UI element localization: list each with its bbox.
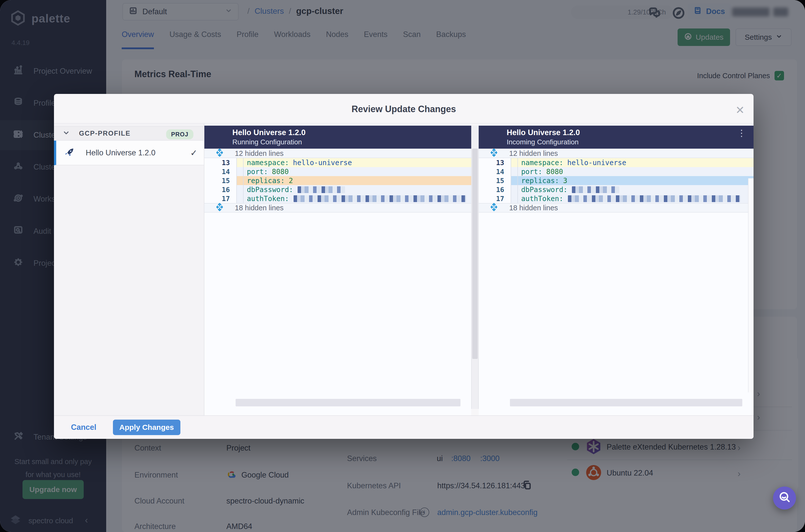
pane-subtitle: Incoming Configuration [507, 138, 753, 146]
profile-name: GCP-PROFILE [79, 130, 131, 137]
yaml-value: 8080 [546, 168, 563, 176]
yaml-key: port: [521, 168, 542, 176]
yaml-key: authToken: [521, 194, 563, 203]
horizontal-scrollbar[interactable] [236, 399, 461, 406]
code-line: 14 port:8080 [479, 167, 753, 176]
hidden-lines-row: 12 hidden lines [479, 149, 753, 158]
magnifier-smile-icon [778, 491, 791, 505]
help-search-fab[interactable] [773, 487, 796, 510]
cancel-button[interactable]: Cancel [71, 423, 96, 432]
code-line-changed: 15 replicas:2 [204, 176, 471, 185]
running-config-pane: Hello Universe 1.2.0 Running Configurati… [204, 124, 471, 415]
scrollbar-thumb[interactable] [472, 149, 478, 359]
pane-subtitle: Running Configuration [232, 138, 471, 146]
yaml-value: 3 [563, 176, 567, 185]
yaml-key: dbPassword: [521, 186, 567, 194]
redacted-value [298, 186, 345, 193]
code-line: 17 authToken: [204, 194, 471, 203]
unfold-icon[interactable] [216, 148, 224, 158]
line-number: 13 [204, 159, 236, 167]
rocket-icon [64, 147, 75, 159]
profile-panel: GCP-PROFILE PROJ Hello Universe 1.2.0 ✓ [54, 124, 204, 415]
yaml-key: port: [247, 168, 268, 176]
pane-title: Hello Universe 1.2.0 [507, 128, 753, 137]
line-number: 14 [204, 168, 236, 176]
unfold-icon[interactable] [490, 203, 498, 213]
code-line-changed: 15 replicas:3 [479, 176, 753, 185]
apply-changes-button[interactable]: Apply Changes [113, 420, 181, 435]
line-number: 17 [479, 195, 511, 203]
incoming-config-header: Hello Universe 1.2.0 Incoming Configurat… [479, 126, 753, 149]
hidden-lines-row: 18 hidden lines [479, 203, 753, 212]
code-line: 13 namespace:hello-universe [204, 158, 471, 167]
line-number: 16 [204, 186, 236, 194]
review-update-changes-modal: Review Update Changes ✕ GCP-PROFILE PROJ… [54, 94, 753, 439]
hidden-lines-row: 12 hidden lines [204, 149, 471, 158]
hidden-lines-label: 12 hidden lines [509, 149, 558, 158]
kebab-menu-icon[interactable]: ⋮ [737, 131, 746, 135]
line-number: 15 [204, 177, 236, 185]
redacted-value [568, 195, 740, 202]
horizontal-scrollbar[interactable] [510, 399, 742, 406]
yaml-value: hello-universe [293, 158, 352, 167]
yaml-key: authToken: [247, 194, 289, 203]
running-config-header: Hello Universe 1.2.0 Running Configurati… [204, 126, 471, 149]
close-icon[interactable]: ✕ [733, 102, 748, 117]
yaml-key: namespace: [247, 158, 289, 167]
yaml-key: namespace: [521, 158, 563, 167]
pack-item-label: Hello Universe 1.2.0 [86, 148, 155, 157]
chevron-down-icon [62, 129, 70, 138]
profile-scope-badge: PROJ [166, 129, 193, 139]
code-line: 16 dbPassword: [479, 185, 753, 194]
line-number: 14 [479, 168, 511, 176]
yaml-value: hello-universe [567, 158, 626, 167]
incoming-config-pane: Hello Universe 1.2.0 Incoming Configurat… [479, 124, 753, 415]
line-number: 16 [479, 186, 511, 194]
line-number: 13 [479, 159, 511, 167]
yaml-value: 2 [289, 176, 293, 185]
line-number: 17 [204, 195, 236, 203]
app-window: palette 4.4.19 Project Overview Profiles… [0, 0, 805, 532]
code-line: 17 authToken: [479, 194, 753, 203]
pane-title: Hello Universe 1.2.0 [232, 128, 471, 137]
hidden-lines-label: 18 hidden lines [509, 204, 558, 212]
code-line: 16 dbPassword: [204, 185, 471, 194]
check-icon: ✓ [190, 148, 198, 158]
modal-title: Review Update Changes [54, 104, 753, 114]
yaml-value: 8080 [272, 168, 288, 176]
hidden-lines-label: 18 hidden lines [235, 204, 284, 212]
yaml-key: replicas: [247, 176, 285, 185]
pane-vertical-scrollbar[interactable] [748, 178, 753, 392]
hidden-lines-label: 12 hidden lines [235, 149, 284, 158]
screen: palette 4.4.19 Project Overview Profiles… [0, 0, 805, 532]
unfold-icon[interactable] [216, 203, 224, 213]
unfold-icon[interactable] [490, 148, 498, 158]
yaml-key: dbPassword: [247, 186, 293, 194]
diff-vertical-scrollbar[interactable] [471, 126, 479, 409]
redacted-value [294, 195, 466, 202]
modal-footer: Cancel Apply Changes [54, 415, 753, 439]
pack-list-item-hello-universe[interactable]: Hello Universe 1.2.0 ✓ [54, 140, 204, 165]
profile-group-header[interactable]: GCP-PROFILE PROJ [54, 126, 204, 140]
redacted-value [572, 186, 619, 193]
line-number: 15 [479, 177, 511, 185]
code-line: 13 namespace:hello-universe [479, 158, 753, 167]
hidden-lines-row: 18 hidden lines [204, 203, 471, 212]
yaml-key: replicas: [521, 176, 559, 185]
code-line: 14 port:8080 [204, 167, 471, 176]
